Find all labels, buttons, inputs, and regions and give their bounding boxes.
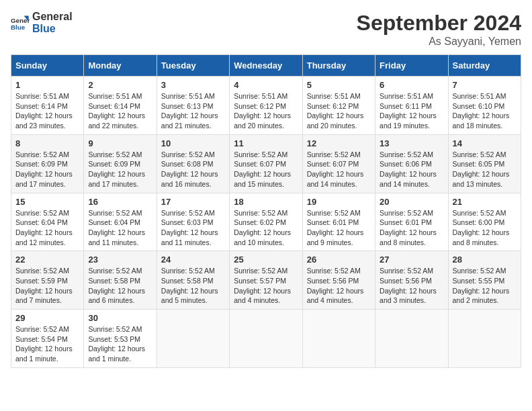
header-tuesday: Tuesday xyxy=(157,55,229,77)
calendar-cell: 2 Sunrise: 5:51 AM Sunset: 6:14 PM Dayli… xyxy=(84,77,157,135)
calendar-cell: 11 Sunrise: 5:52 AM Sunset: 6:07 PM Dayl… xyxy=(230,134,302,193)
day-info: Sunrise: 5:52 AM Sunset: 5:55 PM Dayligh… xyxy=(453,266,517,306)
calendar-cell: 4 Sunrise: 5:51 AM Sunset: 6:12 PM Dayli… xyxy=(230,77,302,135)
day-info: Sunrise: 5:51 AM Sunset: 6:10 PM Dayligh… xyxy=(453,91,517,131)
day-info: Sunrise: 5:52 AM Sunset: 6:03 PM Dayligh… xyxy=(161,208,225,248)
calendar-cell: 13 Sunrise: 5:52 AM Sunset: 6:06 PM Dayl… xyxy=(375,134,448,193)
calendar-cell xyxy=(448,310,521,368)
day-number: 3 xyxy=(161,80,225,90)
day-info: Sunrise: 5:51 AM Sunset: 6:13 PM Dayligh… xyxy=(161,91,225,131)
day-info: Sunrise: 5:52 AM Sunset: 6:04 PM Dayligh… xyxy=(15,208,79,248)
header-friday: Friday xyxy=(375,55,448,77)
calendar-cell: 1 Sunrise: 5:51 AM Sunset: 6:14 PM Dayli… xyxy=(11,77,84,135)
day-number: 15 xyxy=(15,197,79,207)
calendar-cell xyxy=(302,310,375,368)
calendar-cell: 3 Sunrise: 5:51 AM Sunset: 6:13 PM Dayli… xyxy=(157,77,229,135)
day-info: Sunrise: 5:52 AM Sunset: 6:01 PM Dayligh… xyxy=(380,208,443,248)
calendar-cell: 16 Sunrise: 5:52 AM Sunset: 6:04 PM Dayl… xyxy=(84,193,157,251)
day-number: 7 xyxy=(453,80,517,90)
calendar-table: SundayMondayTuesdayWednesdayThursdayFrid… xyxy=(11,54,521,368)
day-info: Sunrise: 5:52 AM Sunset: 5:59 PM Dayligh… xyxy=(15,266,79,306)
day-info: Sunrise: 5:51 AM Sunset: 6:12 PM Dayligh… xyxy=(307,91,371,131)
day-number: 26 xyxy=(307,255,371,265)
day-info: Sunrise: 5:51 AM Sunset: 6:14 PM Dayligh… xyxy=(88,91,152,131)
header: General Blue General Blue September 2024… xyxy=(11,11,521,48)
day-number: 18 xyxy=(234,197,298,207)
day-info: Sunrise: 5:52 AM Sunset: 5:54 PM Dayligh… xyxy=(15,324,79,364)
day-number: 17 xyxy=(161,197,225,207)
calendar-cell: 17 Sunrise: 5:52 AM Sunset: 6:03 PM Dayl… xyxy=(157,193,229,251)
day-info: Sunrise: 5:52 AM Sunset: 5:58 PM Dayligh… xyxy=(88,266,152,306)
logo-general: General xyxy=(32,11,73,23)
calendar-cell: 5 Sunrise: 5:51 AM Sunset: 6:12 PM Dayli… xyxy=(302,77,375,135)
day-info: Sunrise: 5:52 AM Sunset: 6:07 PM Dayligh… xyxy=(307,150,371,189)
calendar-cell: 9 Sunrise: 5:52 AM Sunset: 6:09 PM Dayli… xyxy=(84,134,157,193)
header-monday: Monday xyxy=(84,55,157,77)
calendar-cell: 27 Sunrise: 5:52 AM Sunset: 5:56 PM Dayl… xyxy=(375,251,448,310)
calendar-cell: 6 Sunrise: 5:51 AM Sunset: 6:11 PM Dayli… xyxy=(375,77,448,135)
calendar-cell xyxy=(230,310,302,368)
day-info: Sunrise: 5:52 AM Sunset: 5:56 PM Dayligh… xyxy=(380,266,443,306)
day-number: 11 xyxy=(234,138,298,148)
title-area: September 2024 As Sayyani, Yemen xyxy=(357,11,521,48)
day-info: Sunrise: 5:52 AM Sunset: 6:04 PM Dayligh… xyxy=(88,208,152,248)
calendar-cell: 26 Sunrise: 5:52 AM Sunset: 5:56 PM Dayl… xyxy=(302,251,375,310)
day-number: 12 xyxy=(307,138,371,148)
svg-text:Blue: Blue xyxy=(11,23,26,30)
calendar-cell: 22 Sunrise: 5:52 AM Sunset: 5:59 PM Dayl… xyxy=(11,251,84,310)
day-number: 22 xyxy=(15,255,79,265)
day-info: Sunrise: 5:52 AM Sunset: 6:08 PM Dayligh… xyxy=(161,150,225,189)
day-number: 8 xyxy=(15,138,79,148)
day-number: 4 xyxy=(234,80,298,90)
day-info: Sunrise: 5:52 AM Sunset: 6:07 PM Dayligh… xyxy=(234,150,298,189)
calendar-week-2: 8 Sunrise: 5:52 AM Sunset: 6:09 PM Dayli… xyxy=(11,134,521,193)
month-title: September 2024 xyxy=(357,11,521,36)
calendar-cell: 24 Sunrise: 5:52 AM Sunset: 5:58 PM Dayl… xyxy=(157,251,229,310)
day-info: Sunrise: 5:51 AM Sunset: 6:12 PM Dayligh… xyxy=(234,91,298,131)
calendar-cell: 7 Sunrise: 5:51 AM Sunset: 6:10 PM Dayli… xyxy=(448,77,521,135)
calendar-cell: 28 Sunrise: 5:52 AM Sunset: 5:55 PM Dayl… xyxy=(448,251,521,310)
day-number: 19 xyxy=(307,197,371,207)
day-info: Sunrise: 5:52 AM Sunset: 6:01 PM Dayligh… xyxy=(307,208,371,248)
calendar-cell: 23 Sunrise: 5:52 AM Sunset: 5:58 PM Dayl… xyxy=(84,251,157,310)
day-info: Sunrise: 5:52 AM Sunset: 6:05 PM Dayligh… xyxy=(453,150,517,189)
day-info: Sunrise: 5:52 AM Sunset: 6:02 PM Dayligh… xyxy=(234,208,298,248)
day-info: Sunrise: 5:51 AM Sunset: 6:11 PM Dayligh… xyxy=(380,91,443,131)
day-number: 28 xyxy=(453,255,517,265)
day-info: Sunrise: 5:52 AM Sunset: 5:53 PM Dayligh… xyxy=(88,324,152,364)
calendar-header-row: SundayMondayTuesdayWednesdayThursdayFrid… xyxy=(11,55,521,77)
day-number: 2 xyxy=(88,80,152,90)
day-info: Sunrise: 5:52 AM Sunset: 5:56 PM Dayligh… xyxy=(307,266,371,306)
calendar-cell: 29 Sunrise: 5:52 AM Sunset: 5:54 PM Dayl… xyxy=(11,310,84,368)
day-number: 29 xyxy=(15,313,79,323)
day-info: Sunrise: 5:52 AM Sunset: 5:58 PM Dayligh… xyxy=(161,266,225,306)
day-number: 23 xyxy=(88,255,152,265)
calendar-week-5: 29 Sunrise: 5:52 AM Sunset: 5:54 PM Dayl… xyxy=(11,310,521,368)
calendar-cell: 20 Sunrise: 5:52 AM Sunset: 6:01 PM Dayl… xyxy=(375,193,448,251)
day-number: 27 xyxy=(380,255,443,265)
calendar-cell: 21 Sunrise: 5:52 AM Sunset: 6:00 PM Dayl… xyxy=(448,193,521,251)
day-number: 14 xyxy=(453,138,517,148)
logo-blue: Blue xyxy=(32,23,73,35)
day-number: 20 xyxy=(380,197,443,207)
day-number: 9 xyxy=(88,138,152,148)
calendar-week-3: 15 Sunrise: 5:52 AM Sunset: 6:04 PM Dayl… xyxy=(11,193,521,251)
day-number: 10 xyxy=(161,138,225,148)
header-saturday: Saturday xyxy=(448,55,521,77)
logo-icon: General Blue xyxy=(11,13,30,32)
day-number: 6 xyxy=(380,80,443,90)
day-info: Sunrise: 5:52 AM Sunset: 6:09 PM Dayligh… xyxy=(15,150,79,189)
header-wednesday: Wednesday xyxy=(230,55,302,77)
calendar-cell: 18 Sunrise: 5:52 AM Sunset: 6:02 PM Dayl… xyxy=(230,193,302,251)
calendar-cell xyxy=(375,310,448,368)
day-number: 21 xyxy=(453,197,517,207)
header-thursday: Thursday xyxy=(302,55,375,77)
calendar-cell xyxy=(157,310,229,368)
calendar-cell: 19 Sunrise: 5:52 AM Sunset: 6:01 PM Dayl… xyxy=(302,193,375,251)
day-info: Sunrise: 5:52 AM Sunset: 6:06 PM Dayligh… xyxy=(380,150,443,189)
header-sunday: Sunday xyxy=(11,55,84,77)
day-info: Sunrise: 5:52 AM Sunset: 6:09 PM Dayligh… xyxy=(88,150,152,189)
day-number: 16 xyxy=(88,197,152,207)
calendar-cell: 12 Sunrise: 5:52 AM Sunset: 6:07 PM Dayl… xyxy=(302,134,375,193)
calendar-cell: 10 Sunrise: 5:52 AM Sunset: 6:08 PM Dayl… xyxy=(157,134,229,193)
